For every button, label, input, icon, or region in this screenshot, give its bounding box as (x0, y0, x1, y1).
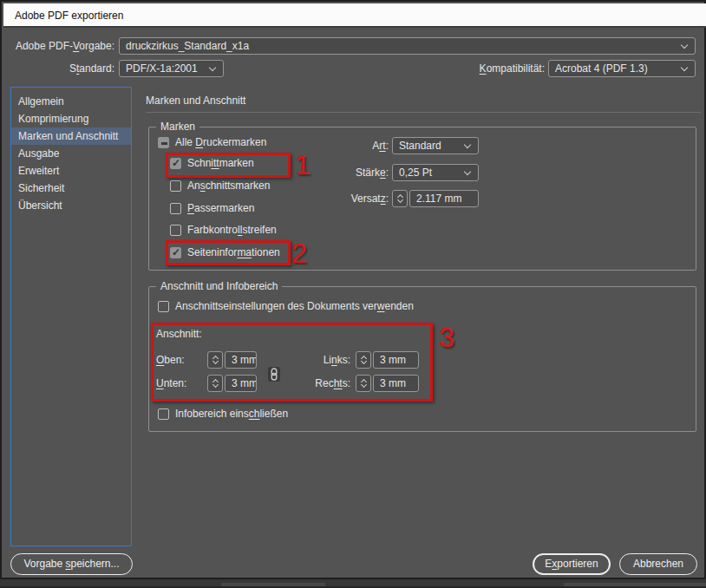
heading-divider (146, 112, 701, 113)
registration-marks-checkbox[interactable]: Passermarken (170, 202, 254, 214)
mark-offset-label: Versatz: (302, 190, 389, 207)
annotation-box-1 (166, 153, 291, 178)
mark-type-label: Art: (302, 137, 389, 154)
mark-weight-value: 0,25 Pt (399, 167, 432, 179)
checkbox-unchecked-icon[interactable] (170, 225, 181, 236)
standard-dropdown[interactable]: PDF/X-1a:2001 (119, 60, 224, 77)
mark-offset-value: 2.117 mm (416, 193, 461, 205)
color-bars-label: Farbkontrollstreifen (187, 224, 277, 236)
sidebar-item-komprimierung[interactable]: Komprimierung (11, 110, 131, 127)
include-slug-label: Infobereich einschließen (175, 408, 288, 420)
mark-offset-input[interactable]: 2.117 mm (409, 190, 479, 207)
standard-value: PDF/X-1a:2001 (126, 62, 198, 75)
sidebar-item-ausgabe[interactable]: Ausgabe (11, 145, 131, 162)
mark-type-value: Standard (399, 140, 441, 152)
cancel-button[interactable]: Abbrechen (619, 553, 697, 575)
use-document-bleed-label: Anschnittseinstellungen des Dokuments ve… (175, 300, 414, 312)
standard-label: Standard: (3, 60, 114, 77)
bleed-marks-label: Anschnittsmarken (187, 180, 270, 192)
save-preset-button[interactable]: Vorgabe speichern... (10, 553, 133, 575)
annotation-number-1: 1 (295, 151, 311, 179)
checkbox-mixed-icon[interactable] (158, 137, 169, 148)
sidebar-item-uebersicht[interactable]: Übersicht (11, 197, 131, 214)
checkbox-unchecked-icon[interactable] (158, 408, 169, 420)
chevron-down-icon (464, 168, 471, 175)
annotation-number-2: 2 (291, 239, 307, 267)
include-slug-checkbox[interactable]: Infobereich einschließen (158, 408, 288, 420)
chevron-down-icon (681, 42, 688, 49)
preset-value: druckzirkus_Standard_x1a (126, 40, 249, 52)
dialog-titlebar: Adobe PDF exportieren (3, 3, 706, 28)
dialog-title: Adobe PDF exportieren (15, 10, 123, 22)
chevron-down-icon (464, 141, 471, 148)
settings-section-list: Allgemein Komprimierung Marken und Ansch… (10, 87, 132, 546)
checkbox-unchecked-icon[interactable] (170, 203, 181, 214)
bleed-group-legend: Anschnitt und Infobereich (156, 280, 282, 292)
checkbox-unchecked-icon[interactable] (170, 180, 181, 192)
preset-label: Adobe PDF-Vorgabe: (3, 37, 114, 55)
annotation-box-2 (166, 240, 291, 265)
mark-offset-stepper[interactable] (392, 190, 408, 207)
compatibility-dropdown[interactable]: Acrobat 4 (PDF 1.3) (548, 60, 696, 77)
mark-type-dropdown[interactable]: Standard (392, 137, 479, 154)
use-document-bleed-checkbox[interactable]: Anschnittseinstellungen des Dokuments ve… (158, 300, 414, 312)
checkbox-unchecked-icon[interactable] (158, 301, 169, 312)
bleed-marks-checkbox[interactable]: Anschnittsmarken (170, 180, 270, 192)
sidebar-item-erweitert[interactable]: Erweitert (11, 162, 131, 180)
registration-marks-label: Passermarken (187, 202, 254, 214)
all-printer-marks-label: Alle Druckermarken (175, 136, 266, 148)
chevron-down-icon (681, 64, 688, 71)
preset-dropdown[interactable]: druckzirkus_Standard_x1a (119, 37, 696, 55)
sidebar-item-allgemein[interactable]: Allgemein (11, 93, 131, 110)
chevron-down-icon (209, 64, 216, 71)
page-title: Marken und Anschnitt (146, 92, 245, 109)
export-button[interactable]: Exportieren (533, 553, 611, 575)
marks-group-legend: Marken (156, 121, 199, 133)
compatibility-label: Kompatibilität: (427, 60, 545, 77)
all-printer-marks-checkbox[interactable]: Alle Druckermarken (158, 136, 266, 148)
export-pdf-dialog: Adobe PDF exportieren Adobe PDF-Vorgabe:… (0, 0, 706, 579)
compatibility-value: Acrobat 4 (PDF 1.3) (555, 62, 648, 75)
color-bars-checkbox[interactable]: Farbkontrollstreifen (170, 224, 277, 236)
screenshot: Adobe PDF exportieren Adobe PDF-Vorgabe:… (0, 0, 706, 588)
mark-weight-dropdown[interactable]: 0,25 Pt (392, 164, 479, 181)
background-window-strip (0, 579, 706, 588)
sidebar-item-marken-und-anschnitt[interactable]: Marken und Anschnitt (11, 127, 131, 145)
mark-weight-label: Stärke: (302, 164, 389, 181)
annotation-number-3: 3 (439, 323, 454, 351)
annotation-box-3 (151, 323, 433, 402)
sidebar-item-sicherheit[interactable]: Sicherheit (11, 180, 131, 197)
